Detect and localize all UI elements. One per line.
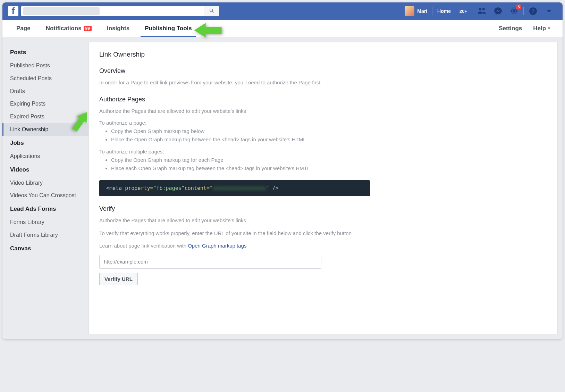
home-link[interactable]: Home bbox=[434, 8, 454, 14]
sidebar-heading-videos: Videos bbox=[2, 163, 88, 177]
username-label: Mari bbox=[417, 8, 427, 14]
verify-url-input[interactable] bbox=[99, 255, 321, 269]
list-item: Place each Open Graph markup tag between… bbox=[111, 164, 547, 173]
dropdown-caret-icon[interactable] bbox=[545, 7, 554, 16]
multi-intro: To authorize multiple pages: bbox=[99, 149, 547, 155]
divider bbox=[432, 7, 432, 15]
search-icon bbox=[209, 8, 214, 15]
verify-learn-prefix: Learn about page link verification with bbox=[99, 243, 188, 249]
sidebar-item-expiring-posts[interactable]: Expiring Posts bbox=[2, 98, 88, 110]
sidebar: Posts Published Posts Scheduled Posts Dr… bbox=[2, 42, 88, 334]
user-profile-link[interactable]: Mari bbox=[401, 6, 431, 16]
open-graph-link[interactable]: Open Graph markup tags bbox=[188, 243, 246, 249]
verify-text-1: Authorize the Pages that are allowed to … bbox=[99, 217, 547, 225]
tab-label: Notifications bbox=[46, 25, 82, 32]
sidebar-item-draft-forms-library[interactable]: Draft Forms Library bbox=[2, 229, 88, 242]
topbar: f Mari Home 20+ 5 bbox=[2, 2, 563, 20]
tab-insights[interactable]: Insights bbox=[99, 20, 137, 37]
tab-label: Page bbox=[16, 25, 31, 32]
sidebar-item-video-library[interactable]: Video Library bbox=[2, 177, 88, 190]
authorize-text: Authorize the Pages that are allowed to … bbox=[99, 107, 547, 115]
code-prop: "fb:pages" bbox=[153, 185, 184, 191]
overview-heading: Overview bbox=[99, 67, 547, 75]
tab-publishing-tools[interactable]: Publishing Tools bbox=[137, 20, 200, 37]
sidebar-item-link-ownership[interactable]: Link Ownership bbox=[2, 123, 88, 136]
sidebar-heading-lead-ads: Lead Ads Forms bbox=[2, 202, 88, 216]
messenger-icon[interactable] bbox=[494, 7, 503, 16]
list-item: Copy the Open Graph markup tag for each … bbox=[111, 156, 547, 164]
chevron-down-icon: ▼ bbox=[547, 26, 551, 30]
code-content-close: " bbox=[266, 185, 269, 191]
sidebar-item-videos-crosspost[interactable]: Videos You Can Crosspost bbox=[2, 189, 88, 202]
tab-help[interactable]: Help ▼ bbox=[528, 25, 556, 32]
tab-label: Publishing Tools bbox=[145, 25, 192, 32]
sidebar-item-applications[interactable]: Applications bbox=[2, 150, 88, 163]
facebook-logo[interactable]: f bbox=[8, 6, 18, 16]
notifications-globe-icon[interactable]: 5 bbox=[509, 7, 518, 16]
sidebar-item-forms-library[interactable]: Forms Library bbox=[2, 216, 88, 229]
single-bullets: Copy the Open Graph markup tag below Pla… bbox=[99, 127, 547, 144]
authorize-heading: Authorize Pages bbox=[99, 96, 547, 103]
search-input[interactable] bbox=[102, 8, 204, 14]
divider bbox=[456, 7, 456, 15]
search-token[interactable] bbox=[23, 7, 100, 15]
friends-icon[interactable] bbox=[478, 7, 487, 16]
tab-settings[interactable]: Settings bbox=[493, 25, 528, 32]
tab-label: Settings bbox=[499, 25, 522, 32]
divider bbox=[523, 7, 524, 15]
tab-badge: 99 bbox=[84, 26, 92, 31]
sidebar-item-drafts[interactable]: Drafts bbox=[2, 85, 88, 98]
svg-text:?: ? bbox=[531, 8, 534, 14]
notification-counter[interactable]: 20+ bbox=[457, 8, 469, 15]
svg-point-0 bbox=[210, 9, 212, 11]
svg-line-1 bbox=[212, 11, 213, 12]
code-snippet: <meta property="fb:pages"content="xxxxxx… bbox=[99, 180, 370, 196]
multi-bullets: Copy the Open Graph markup tag for each … bbox=[99, 156, 547, 173]
avatar bbox=[405, 6, 414, 16]
content-area: Posts Published Posts Scheduled Posts Dr… bbox=[2, 37, 563, 339]
verify-text-2: To verify that everything works properly… bbox=[99, 230, 547, 237]
verify-learn-line: Learn about page link verification with … bbox=[99, 242, 547, 250]
search-wrap bbox=[21, 6, 219, 16]
sidebar-item-published-posts[interactable]: Published Posts bbox=[2, 59, 88, 72]
single-intro: To authorize a page: bbox=[99, 120, 547, 126]
main-panel: Link Ownership Overview In order for a P… bbox=[88, 42, 558, 334]
verify-url-button[interactable]: Verfify URL bbox=[99, 273, 138, 285]
tab-page[interactable]: Page bbox=[9, 20, 38, 37]
code-redacted: xxxxxxxxxxxxxxxxx bbox=[213, 185, 266, 191]
sidebar-heading-posts: Posts bbox=[2, 45, 88, 59]
tab-label: Insights bbox=[107, 25, 129, 32]
sidebar-item-expired-posts[interactable]: Expired Posts bbox=[2, 110, 88, 123]
page-navbar: Page Notifications 99 Insights Publishin… bbox=[2, 20, 563, 37]
sidebar-heading-canvas: Canvas bbox=[2, 242, 88, 256]
tab-notifications[interactable]: Notifications 99 bbox=[38, 20, 99, 37]
help-icon[interactable]: ? bbox=[529, 7, 538, 16]
sidebar-item-scheduled-posts[interactable]: Scheduled Posts bbox=[2, 72, 88, 85]
search-button[interactable] bbox=[204, 6, 219, 16]
code-content-open: " bbox=[210, 185, 213, 191]
globe-badge: 5 bbox=[516, 5, 521, 9]
list-item: Place the Open Graph markup tag between … bbox=[111, 135, 547, 144]
overview-text: In order for a Page to edit link preview… bbox=[99, 79, 547, 87]
sidebar-heading-jobs: Jobs bbox=[2, 136, 88, 150]
tab-label: Help bbox=[533, 25, 546, 32]
list-item: Copy the Open Graph markup tag below bbox=[111, 127, 547, 135]
page-title: Link Ownership bbox=[99, 51, 547, 58]
verify-heading: Verify bbox=[99, 205, 547, 212]
